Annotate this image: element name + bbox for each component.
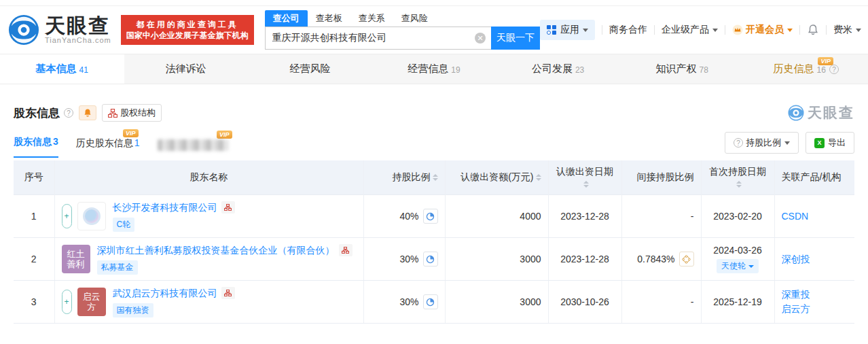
expand-button[interactable]: + [62, 204, 72, 228]
col-related-products: 关联产品/机构 [774, 160, 854, 195]
help-icon[interactable]: ? [829, 65, 839, 74]
nav-divider [826, 25, 827, 35]
subscribed-amount: 3000 [445, 238, 548, 281]
help-icon[interactable]: ? [64, 108, 73, 118]
col-first-holding-date: 首次持股日期 [701, 160, 774, 195]
nav-user-menu[interactable]: 费米 [833, 24, 861, 36]
nav-open-member[interactable]: 开通会员 [732, 24, 793, 36]
search-tab-risk[interactable]: 查风险 [393, 10, 436, 27]
search-area: 查公司 查老板 查关系 查风险 ✕ 天眼一下 [265, 10, 540, 50]
funding-round-tag[interactable]: C轮 [113, 218, 135, 232]
tianyancha-watermark: 天眼查 [788, 103, 854, 122]
subtab-shareholders[interactable]: 股东信息3 [14, 136, 58, 158]
subtab-label: 历史股东信息 [76, 137, 133, 148]
promo-line2: 国家中小企业发展子基金旗下机构 [126, 30, 249, 41]
sort-icon[interactable] [583, 181, 589, 188]
funding-round-dropdown[interactable]: 天使轮 [717, 259, 759, 273]
table-row: 2 红土 善利 深圳市红土善利私募股权投资基金合伙企业（有限合伙） [14, 238, 854, 281]
pie-chart-icon[interactable] [423, 294, 438, 309]
nav-cooperation[interactable]: 商务合作 [609, 24, 647, 36]
related-org-link[interactable]: 启云方 [782, 302, 848, 316]
main-content: 股东信息 ? 股权结构 [0, 103, 868, 324]
tab-operating-info[interactable]: 经营信息 19 [372, 54, 496, 84]
avatar[interactable]: 红土 善利 [62, 245, 90, 273]
search-tab-relation[interactable]: 查关系 [350, 10, 393, 27]
related-org-link[interactable]: 深重投 [782, 288, 848, 302]
vip-badge: VIP [818, 57, 833, 65]
tab-legal[interactable]: 法律诉讼 [124, 54, 249, 84]
section-title: 股东信息 [14, 105, 60, 121]
shareholder-cell: + 长沙开发者科技有限公司 C轮 [62, 201, 357, 232]
nav-user-label: 费米 [833, 24, 852, 36]
logo-image [83, 207, 101, 225]
equity-structure-icon[interactable] [339, 244, 352, 256]
tianyancha-page: 天眼查 TianYanCha.com 都在用的商业查询工具 国家中小企业发展子基… [0, 0, 868, 344]
col-holding-ratio: 持股比例 [363, 160, 445, 195]
tianyancha-logo[interactable]: 天眼查 TianYanCha.com [8, 14, 111, 46]
company-tabbar: 基本信息 41 法律诉讼 经营风险 经营信息 19 公司发展 23 知识产权 7… [0, 54, 868, 84]
nav-apps[interactable]: 应用 [540, 20, 595, 40]
shareholder-name-link[interactable]: 长沙开发者科技有限公司 [113, 201, 217, 214]
header-nav: 应用 商务合作 企业级产品 开通会员 [540, 20, 861, 40]
col-indirect-ratio: 间接持股比例 [621, 160, 701, 195]
tab-company-development[interactable]: 公司发展 23 [496, 54, 620, 84]
related-org-link[interactable]: 深创投 [782, 252, 848, 266]
tab-history-info[interactable]: VIP 历史信息 16 ? [744, 54, 868, 84]
equity-structure-label: 股权结构 [120, 107, 156, 119]
row-index: 2 [14, 238, 54, 281]
first-holding-date: 2025-12-19 [701, 281, 774, 324]
tab-intellectual-property[interactable]: 知识产权 78 [620, 54, 744, 84]
top-strip [0, 0, 868, 6]
equity-structure-icon[interactable] [221, 287, 235, 299]
subtab-history-shareholders[interactable]: VIP 历史股东信息1 [76, 137, 140, 158]
nav-apps-label: 应用 [560, 24, 579, 36]
first-holding-date: 2024-03-26 [708, 245, 767, 256]
tab-label: 经营信息 [408, 63, 448, 75]
pie-chart-icon[interactable] [423, 209, 438, 224]
export-button[interactable]: X 导出 [806, 132, 854, 154]
sort-icon[interactable] [536, 174, 541, 181]
holding-ratio-filter-button[interactable]: ? 持股比例 [725, 132, 799, 154]
nav-cooperation-label: 商务合作 [609, 24, 647, 36]
search-button[interactable]: 天眼一下 [491, 27, 540, 50]
chevron-down-icon [784, 141, 790, 145]
subtab-redacted[interactable]: VIP [158, 139, 228, 158]
fund-type-tag[interactable]: 私募基金 [97, 260, 138, 275]
sort-icon[interactable] [433, 174, 438, 181]
tab-count: 16 [817, 65, 826, 75]
col-index: 序号 [14, 160, 54, 195]
ownership-type-tag[interactable]: 国有独资 [113, 303, 153, 317]
table-row: 3 + 启云 方 武汉启云方科技有限公司 [14, 281, 854, 324]
shareholder-name-link[interactable]: 深圳市红土善利私募股权投资基金合伙企业（有限合伙） [97, 243, 335, 257]
equity-structure-button[interactable]: 股权结构 [102, 104, 162, 122]
pie-chart-icon[interactable] [423, 252, 438, 266]
search-input[interactable] [265, 27, 491, 50]
col-subscribed-amount: 认缴出资额(万元) [445, 160, 548, 195]
search-tab-boss[interactable]: 查老板 [308, 10, 350, 27]
promo-line1: 都在用的商业查询工具 [126, 19, 249, 30]
company-logo[interactable] [77, 202, 106, 230]
equity-penetration-icon[interactable] [679, 252, 694, 266]
clear-search-icon[interactable]: ✕ [475, 33, 486, 44]
subscribed-date: 2023-12-28 [548, 238, 621, 281]
nav-notifications[interactable] [807, 24, 819, 36]
expand-button[interactable]: + [62, 290, 72, 314]
nav-divider [654, 25, 655, 35]
nav-enterprise[interactable]: 企业级产品 [662, 24, 718, 36]
tab-label: 法律诉讼 [166, 63, 206, 75]
related-product-link[interactable]: CSDN [782, 209, 848, 224]
subscribe-bell-button[interactable] [79, 105, 96, 120]
holding-ratio: 30% [399, 254, 418, 264]
equity-structure-icon[interactable] [221, 201, 235, 213]
search-tab-company[interactable]: 查公司 [265, 10, 308, 27]
tab-operating-risk[interactable]: 经营风险 [248, 54, 372, 84]
tab-count: 78 [700, 65, 708, 75]
shareholder-name-link[interactable]: 武汉启云方科技有限公司 [113, 286, 217, 300]
sort-icon[interactable] [736, 181, 742, 188]
avatar[interactable]: 启云 方 [77, 288, 106, 316]
nav-divider [725, 25, 725, 35]
logo-subtitle: TianYanCha.com [45, 36, 111, 44]
redacted-text [158, 139, 228, 151]
tab-basic-info[interactable]: 基本信息 41 [0, 54, 124, 84]
tab-count: 19 [451, 65, 460, 75]
